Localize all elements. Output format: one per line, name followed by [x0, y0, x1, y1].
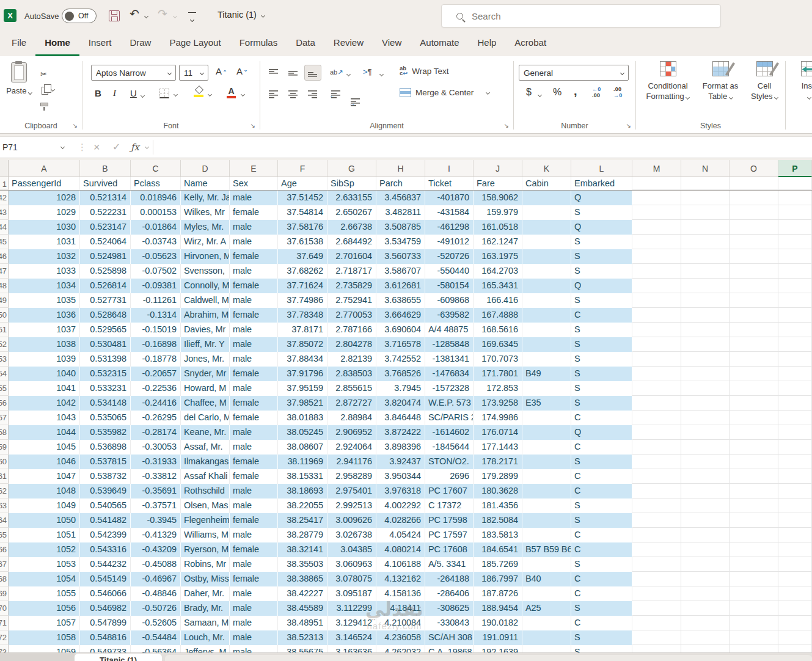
cell[interactable]: [632, 337, 681, 352]
cell[interactable]: 1044: [9, 425, 80, 440]
cell[interactable]: 2.906952: [327, 425, 376, 440]
cell[interactable]: 3.095187: [327, 586, 376, 601]
decrease-decimal-button[interactable]: .00→0: [613, 87, 623, 98]
cell[interactable]: 37.58176: [278, 220, 327, 235]
cell[interactable]: [522, 616, 571, 630]
cell[interactable]: Snyder, Mr: [181, 367, 230, 381]
document-title[interactable]: Titanic (1): [218, 10, 257, 20]
cell[interactable]: 0.548816: [80, 630, 131, 645]
name-box-chevron-icon[interactable]: [60, 145, 65, 149]
cell[interactable]: Ilmakangas: [181, 455, 230, 469]
cell[interactable]: W.E.P. 573: [425, 396, 474, 411]
cell[interactable]: Ilieff, Mr. Y: [181, 337, 230, 352]
cell[interactable]: female: [230, 279, 278, 293]
cell[interactable]: [730, 425, 778, 440]
cell[interactable]: -0.22536: [131, 381, 181, 396]
font-dialog-launcher[interactable]: ↘: [251, 122, 255, 129]
cell[interactable]: 171.7801: [474, 367, 522, 381]
cell[interactable]: 3.950344: [376, 469, 425, 484]
cell[interactable]: 3.612681: [376, 279, 425, 293]
cell[interactable]: 38.15331: [278, 469, 327, 484]
name-box[interactable]: P71: [2, 137, 18, 158]
cell[interactable]: [778, 337, 812, 352]
cell[interactable]: A25: [522, 601, 571, 616]
cell[interactable]: 2.752941: [327, 293, 376, 308]
cell[interactable]: 2.633155: [327, 191, 376, 205]
cell[interactable]: -0.11261: [131, 293, 181, 308]
header-cell-age[interactable]: Age: [278, 177, 327, 190]
cell[interactable]: -0.26295: [131, 411, 181, 425]
cell[interactable]: -550440: [425, 264, 474, 279]
cell[interactable]: 37.54814: [278, 205, 327, 220]
cell[interactable]: 38.05245: [278, 425, 327, 440]
row-header[interactable]: 62: [0, 484, 9, 498]
cell[interactable]: 38.42227: [278, 586, 327, 601]
font-name-select[interactable]: Aptos Narrow: [91, 65, 176, 81]
cell[interactable]: 3.060963: [327, 557, 376, 572]
cell[interactable]: [522, 630, 571, 645]
enter-icon[interactable]: ✓: [112, 137, 120, 158]
header-cell-survived[interactable]: Survived: [80, 177, 131, 190]
cell[interactable]: -0.31933: [131, 455, 181, 469]
row-header[interactable]: 67: [0, 557, 9, 572]
clipboard-dialog-launcher[interactable]: ↘: [73, 122, 78, 129]
cell[interactable]: 0.540565: [80, 498, 131, 513]
cell[interactable]: 0.537815: [80, 455, 131, 469]
cell[interactable]: Assaf Khali: [181, 469, 230, 484]
header-cell-sex[interactable]: Sex: [230, 177, 278, 190]
column-header-A[interactable]: A: [9, 160, 80, 177]
reading-order-chevron-icon[interactable]: [379, 72, 384, 76]
cell[interactable]: 2.941176: [327, 455, 376, 469]
cell[interactable]: 0.545149: [80, 572, 131, 586]
cell[interactable]: [681, 513, 730, 528]
cell[interactable]: [681, 264, 730, 279]
menu-tab-data[interactable]: Data: [287, 32, 324, 56]
cell[interactable]: 164.2703: [474, 264, 522, 279]
cell[interactable]: C: [571, 469, 632, 484]
cell[interactable]: 4.028266: [376, 513, 425, 528]
cell[interactable]: S: [571, 249, 632, 264]
cell[interactable]: STON/O2.: [425, 455, 474, 469]
cell[interactable]: 37.98521: [278, 396, 327, 411]
cell[interactable]: Q: [571, 220, 632, 235]
cell[interactable]: S: [571, 352, 632, 367]
cell[interactable]: [522, 337, 571, 352]
cell[interactable]: male: [230, 601, 278, 616]
cell[interactable]: [730, 411, 778, 425]
cell[interactable]: 177.1443: [474, 440, 522, 455]
cell[interactable]: 185.7269: [474, 557, 522, 572]
cell[interactable]: [681, 249, 730, 264]
row-header[interactable]: 59: [0, 440, 9, 455]
cell[interactable]: 4.106188: [376, 557, 425, 572]
cell[interactable]: [730, 323, 778, 337]
cell[interactable]: Ryerson, M: [181, 542, 230, 557]
sheet-nav-area[interactable]: [0, 653, 75, 661]
cell[interactable]: [730, 249, 778, 264]
orientation-button[interactable]: ab↗: [330, 68, 343, 76]
cell[interactable]: [522, 469, 571, 484]
cell[interactable]: 38.25417: [278, 513, 327, 528]
cell[interactable]: S: [571, 264, 632, 279]
cell[interactable]: -580154: [425, 279, 474, 293]
cell[interactable]: male: [230, 323, 278, 337]
header-cell-name[interactable]: Name: [181, 177, 230, 190]
row-header[interactable]: 71: [0, 616, 9, 630]
cell[interactable]: [632, 381, 681, 396]
cell[interactable]: 2.88984: [327, 411, 376, 425]
cell[interactable]: Myles, Mr.: [181, 220, 230, 235]
cell[interactable]: C 17372: [425, 498, 474, 513]
cell[interactable]: 0.541482: [80, 513, 131, 528]
cell[interactable]: A/5. 3341: [425, 557, 474, 572]
cell[interactable]: -0.50726: [131, 601, 181, 616]
conditional-formatting-button[interactable]: ConditionalFormatting: [641, 61, 695, 101]
borders-chevron-icon[interactable]: [174, 92, 178, 97]
alignment-dialog-launcher[interactable]: ↘: [504, 122, 509, 129]
cell[interactable]: 2.701604: [327, 249, 376, 264]
cell[interactable]: [730, 235, 778, 249]
bold-button[interactable]: B: [95, 88, 101, 98]
cell[interactable]: C: [571, 440, 632, 455]
undo-button[interactable]: ↶: [130, 8, 139, 20]
cell[interactable]: 0.539649: [80, 484, 131, 498]
redo-button[interactable]: ↷: [158, 8, 167, 20]
menu-tab-formulas[interactable]: Formulas: [230, 32, 287, 56]
